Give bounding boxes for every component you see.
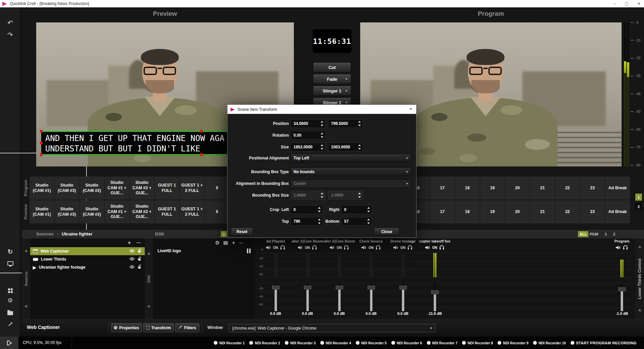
headphone-icon[interactable] xyxy=(344,245,349,250)
maximize-button[interactable]: ▢ xyxy=(625,1,629,6)
scene-button[interactable]: 21 xyxy=(530,177,555,200)
undo-icon[interactable]: ↶ xyxy=(0,19,20,27)
scene-button[interactable]: 23 xyxy=(580,177,605,200)
channel-fader[interactable] xyxy=(431,283,439,311)
channel-fader[interactable] xyxy=(335,283,343,311)
scene-button[interactable]: Studio (CAM #1) xyxy=(29,200,54,223)
visibility-eye-icon[interactable] xyxy=(129,257,135,262)
collapse-left-icon[interactable]: < xyxy=(22,304,30,309)
scene-button[interactable]: Studio CAM #1 + GUE... xyxy=(105,177,129,200)
filters-button[interactable]: Filters xyxy=(175,323,199,332)
ndi-recorder-toggle[interactable]: NDI Recorder 9 xyxy=(498,341,528,345)
scene-button[interactable]: Studio (CAM #2) xyxy=(79,177,104,200)
crop-right-field[interactable]: 0 xyxy=(341,205,372,214)
scene-button[interactable]: Studio (CAM #3) xyxy=(55,200,79,223)
start-program-recording-button[interactable]: START PROGRAM RECORDING xyxy=(571,341,637,345)
dsk-settings-gear-icon[interactable]: ⚙ xyxy=(215,240,219,246)
window-select[interactable]: [chrome.exe]: Web Captioner - Google Chr… xyxy=(229,324,436,332)
scene-button[interactable]: Studio (CAM #1) xyxy=(29,177,54,200)
visibility-eye-icon[interactable] xyxy=(129,249,135,254)
settings-gear-icon[interactable]: ⚙ xyxy=(0,297,20,304)
ndi-recorder-toggle[interactable]: NDI Recorder 7 xyxy=(427,341,458,345)
speaker-icon[interactable] xyxy=(330,246,335,250)
add-source-button[interactable]: + xyxy=(128,240,131,246)
ndi-recorder-toggle[interactable]: NDI Recorder 2 xyxy=(249,341,280,345)
speaker-icon[interactable] xyxy=(298,246,303,250)
scene-page-1-badge[interactable]: 1 xyxy=(635,194,642,201)
close-button[interactable]: ✕ xyxy=(637,1,641,6)
minimize-button[interactable]: – xyxy=(614,1,616,6)
scene-button[interactable]: 18 xyxy=(455,177,480,200)
caption-overlay[interactable]: AND THEN I GET UP THAT ENGINE NOW AGA UN… xyxy=(41,131,232,155)
source-row-lower-thirds[interactable]: Lower Thirds xyxy=(30,255,145,263)
speaker-icon[interactable] xyxy=(616,246,621,250)
scene-button[interactable]: 19 xyxy=(480,177,505,200)
selection-handle[interactable] xyxy=(40,153,43,156)
collapse-up-icon[interactable]: < xyxy=(637,306,642,315)
scene-button[interactable]: Ad Break xyxy=(605,177,630,200)
spinner-icon[interactable] xyxy=(358,121,362,126)
selection-handle[interactable] xyxy=(200,153,203,156)
scene-button[interactable]: 20 xyxy=(505,200,530,223)
dsk-add-button[interactable]: + xyxy=(232,240,235,246)
ndi-recorder-toggle[interactable]: NDI Recorder 3 xyxy=(285,341,316,345)
channel-on-label[interactable]: ON xyxy=(400,246,405,250)
ndi-recorder-toggle[interactable]: NDI Recorder 6 xyxy=(391,341,422,345)
collapse-up-icon[interactable]: < xyxy=(637,243,642,252)
channel-fader[interactable] xyxy=(367,283,375,311)
scene-button[interactable]: 23 xyxy=(580,200,605,223)
scene-button[interactable]: 18 xyxy=(455,200,480,223)
scene-button[interactable]: 8 xyxy=(205,177,230,200)
scene-button[interactable]: Studio (CAM #3) xyxy=(55,177,79,200)
dialog-close-button[interactable]: Close xyxy=(374,227,399,236)
dialog-title-bar[interactable]: Scene Item Transform × xyxy=(228,105,416,114)
spinner-icon[interactable] xyxy=(320,121,324,126)
headphone-icon[interactable] xyxy=(376,245,381,250)
lock-icon[interactable] xyxy=(137,249,141,254)
ndi-recorder-toggle[interactable]: NDI Recorder 4 xyxy=(320,341,351,345)
scene-button[interactable]: 17 xyxy=(430,200,455,223)
mixer-tab-all[interactable]: ALL xyxy=(578,231,588,237)
size-y-field[interactable]: 1003.0000 xyxy=(328,143,363,151)
mixer-tab-1[interactable]: 1 xyxy=(603,231,608,237)
positional-alignment-select[interactable]: Top Left▼ xyxy=(291,154,411,162)
source-row-ukranian-fighter-footage[interactable]: ▶ Ukranian fighter footage xyxy=(30,263,145,271)
spinner-icon[interactable] xyxy=(320,133,324,138)
stinger1-transition-button[interactable]: Stinger 1▼ xyxy=(313,86,351,96)
wand-icon[interactable] xyxy=(0,322,20,328)
cut-transition-button[interactable]: Cut xyxy=(313,62,351,72)
folder-icon[interactable] xyxy=(0,310,20,317)
channel-on-label[interactable]: ON xyxy=(369,246,374,250)
redo-icon[interactable]: ↷ xyxy=(0,31,20,39)
ndi-recorder-toggle[interactable]: NDI Recorder 10 xyxy=(533,341,566,345)
ndi-recorder-toggle[interactable]: NDI Recorder 8 xyxy=(462,341,493,345)
speaker-icon[interactable] xyxy=(393,246,398,250)
apps-grid-icon[interactable] xyxy=(0,286,20,293)
spinner-icon[interactable] xyxy=(320,144,324,150)
channel-fader[interactable] xyxy=(399,283,407,311)
channel-on-label[interactable]: ON xyxy=(305,246,310,250)
crop-bottom-field[interactable]: 57 xyxy=(341,217,372,226)
dsk-stop-icon[interactable] xyxy=(223,241,228,245)
lock-icon[interactable] xyxy=(137,257,141,262)
scene-button[interactable]: Ad Break xyxy=(605,200,630,223)
channel-on-label[interactable]: ON xyxy=(337,246,342,250)
selection-handle[interactable] xyxy=(40,142,43,144)
dsk-remove-button[interactable]: — xyxy=(239,240,243,245)
visibility-eye-icon[interactable] xyxy=(129,265,135,270)
scene-button[interactable]: 8 xyxy=(205,200,230,223)
scene-button[interactable]: GUEST 1 FULL xyxy=(155,200,180,223)
headphone-icon[interactable] xyxy=(407,245,412,250)
size-x-field[interactable]: 1852.0000 xyxy=(291,143,325,151)
dsk-item-livehd-logo[interactable]: LiveHD logo xyxy=(157,249,181,253)
scene-button[interactable]: GUEST 1 + 2 FULL xyxy=(180,177,204,200)
scene-button[interactable]: 20 xyxy=(505,177,530,200)
spinner-icon[interactable] xyxy=(358,144,362,150)
spinner-icon[interactable] xyxy=(367,219,371,224)
headphone-icon[interactable] xyxy=(623,245,628,250)
headphone-icon[interactable] xyxy=(312,245,317,250)
scene-button[interactable]: 19 xyxy=(480,200,505,223)
speaker-icon[interactable] xyxy=(266,246,271,250)
collapse-left-icon[interactable]: < xyxy=(145,304,153,309)
scene-button[interactable]: Studio CAM #1 + GUE... xyxy=(105,200,129,223)
